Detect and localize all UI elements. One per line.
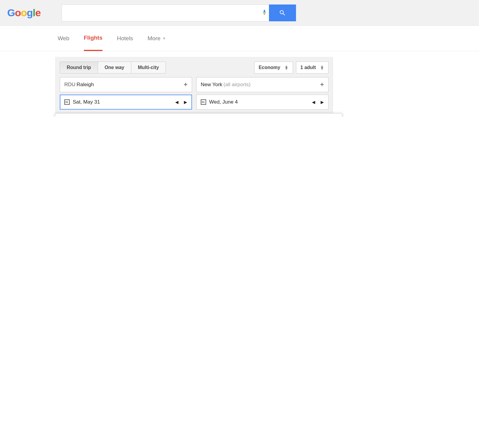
trip-type-multi[interactable]: Multi-city (131, 62, 166, 73)
origin-input[interactable]: RDU Raleigh + (60, 77, 192, 92)
flight-search-panel: Round trip One way Multi-city Economy▲▼ … (55, 57, 333, 117)
search-input[interactable] (62, 5, 272, 21)
calendar-icon (201, 99, 206, 105)
google-logo: Google (7, 7, 41, 19)
trip-type-oneway[interactable]: One way (98, 62, 131, 73)
chevron-down-icon: ▼ (162, 36, 166, 41)
tab-flights[interactable]: Flights (84, 26, 102, 51)
tab-more[interactable]: More▼ (148, 26, 166, 51)
plus-icon[interactable]: + (184, 81, 188, 89)
cabin-select[interactable]: Economy▲▼ (254, 62, 293, 74)
date-next-icon[interactable]: ▶ (184, 100, 187, 104)
search-icon (279, 9, 286, 17)
tab-web[interactable]: Web (58, 26, 69, 51)
search-button[interactable] (269, 5, 296, 21)
date-next-icon[interactable]: ▶ (321, 100, 324, 104)
destination-input[interactable]: New York(all airports) + (196, 77, 328, 92)
calendar-icon (64, 99, 70, 105)
plus-icon[interactable]: + (320, 81, 324, 89)
sort-icon: ▲▼ (285, 65, 288, 70)
passengers-select[interactable]: 1 adult▲▼ (296, 62, 328, 74)
depart-date-input[interactable]: Sat, May 31 ◀▶ (60, 95, 192, 110)
date-prev-icon[interactable]: ◀ (312, 100, 315, 104)
date-prev-icon[interactable]: ◀ (175, 100, 178, 104)
trip-type-round[interactable]: Round trip (60, 62, 98, 73)
tab-hotels[interactable]: Hotels (117, 26, 133, 51)
return-date-input[interactable]: Wed, June 4 ◀▶ (196, 95, 328, 110)
calendar-popover: Up to 1 stop ▼ Under $450 ▼ Airline ▼ Ti… (55, 113, 342, 117)
microphone-icon[interactable] (262, 8, 269, 17)
sort-icon: ▲▼ (320, 65, 324, 70)
trip-type-toggle: Round trip One way Multi-city (60, 62, 166, 74)
